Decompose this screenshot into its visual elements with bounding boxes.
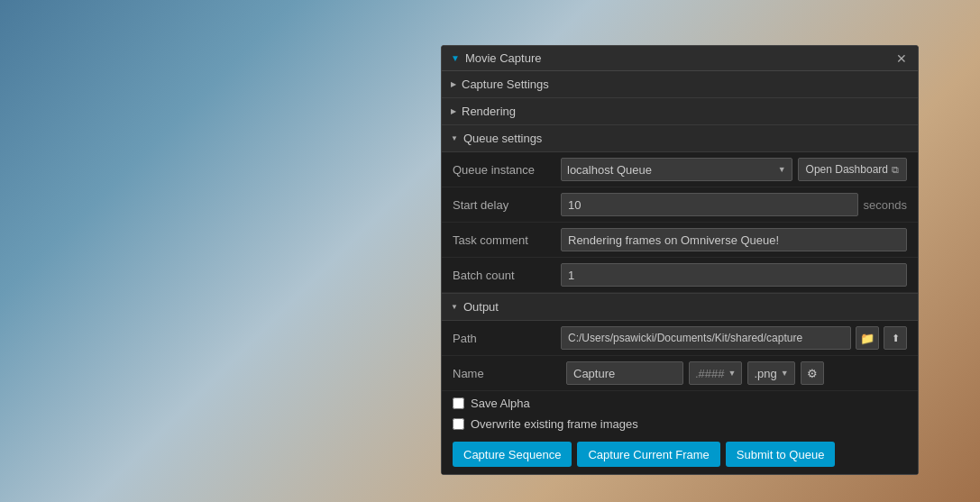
task-comment-control	[561, 228, 907, 251]
movie-capture-panel: ▼ Movie Capture ✕ ▶ Capture Settings ▶ R…	[441, 45, 919, 475]
name-label: Name	[453, 367, 561, 380]
name-pattern-arrow: ▼	[728, 369, 737, 378]
output-section[interactable]: ▼ Output	[442, 293, 918, 321]
open-dashboard-button[interactable]: Open Dashboard ⧉	[798, 158, 907, 181]
queue-instance-control: localhost Queue ▼ Open Dashboard ⧉	[561, 158, 907, 181]
name-input[interactable]	[566, 361, 683, 385]
panel-title: Movie Capture	[465, 51, 542, 65]
gear-icon: ⚙	[807, 367, 818, 380]
queue-instance-row: Queue instance localhost Queue ▼ Open Da…	[442, 152, 918, 187]
extension-value: .png	[754, 367, 776, 380]
task-comment-row: Task comment	[442, 223, 918, 258]
bottom-buttons: Capture Sequence Capture Current Frame S…	[442, 434, 918, 474]
rendering-label: Rendering	[462, 105, 516, 118]
queue-settings-arrow: ▼	[451, 134, 458, 142]
extension-arrow: ▼	[781, 369, 789, 378]
name-row: Name .#### ▼ .png ▼ ⚙	[442, 356, 918, 391]
start-delay-label: Start delay	[453, 198, 561, 212]
queue-dropdown-arrow: ▼	[778, 165, 786, 174]
capture-settings-label: Capture Settings	[462, 78, 549, 91]
queue-settings-label: Queue settings	[463, 132, 542, 145]
rendering-section[interactable]: ▶ Rendering	[442, 98, 918, 125]
folder-icon: 📁	[860, 332, 875, 345]
queue-instance-value: localhost Queue	[567, 163, 773, 177]
capture-current-frame-button[interactable]: Capture Current Frame	[577, 442, 719, 467]
queue-instance-label: Queue instance	[453, 163, 561, 177]
close-button[interactable]: ✕	[894, 52, 909, 65]
titlebar-left: ▼ Movie Capture	[451, 51, 541, 65]
path-value: C:/Users/psawicki/Documents/Kit/shared/c…	[568, 332, 844, 344]
capture-settings-arrow: ▶	[451, 80, 456, 88]
overwrite-checkbox[interactable]	[453, 418, 464, 430]
extension-dropdown[interactable]: .png ▼	[747, 361, 794, 385]
name-settings-button[interactable]: ⚙	[801, 361, 824, 385]
output-arrow: ▼	[451, 303, 458, 311]
external-link-icon: ⧉	[892, 164, 899, 176]
path-input-container[interactable]: C:/Users/psawicki/Documents/Kit/shared/c…	[561, 326, 851, 350]
save-alpha-row: Save Alpha	[442, 393, 918, 414]
panel-titlebar: ▼ Movie Capture ✕	[442, 46, 918, 71]
name-pattern-dropdown[interactable]: .#### ▼	[689, 361, 742, 385]
path-row: Path C:/Users/psawicki/Documents/Kit/sha…	[442, 321, 918, 356]
queue-instance-dropdown[interactable]: localhost Queue ▼	[561, 158, 792, 181]
capture-sequence-button[interactable]: Capture Sequence	[453, 442, 572, 467]
save-alpha-checkbox[interactable]	[453, 397, 464, 409]
task-comment-label: Task comment	[453, 233, 561, 247]
overwrite-label: Overwrite existing frame images	[471, 417, 638, 431]
batch-count-input[interactable]	[561, 263, 907, 287]
output-label: Output	[463, 300, 499, 314]
start-delay-control: seconds	[561, 193, 907, 216]
task-comment-input[interactable]	[561, 228, 907, 251]
overwrite-row: Overwrite existing frame images	[442, 414, 918, 434]
start-delay-input[interactable]	[561, 193, 858, 216]
path-folder-button[interactable]: 📁	[856, 326, 879, 350]
batch-count-control	[561, 263, 907, 287]
batch-count-label: Batch count	[453, 269, 561, 282]
queue-settings-section[interactable]: ▼ Queue settings	[442, 125, 918, 152]
open-dashboard-label: Open Dashboard	[806, 163, 888, 176]
queue-content: Queue instance localhost Queue ▼ Open Da…	[442, 152, 918, 293]
name-pattern-value: .####	[695, 367, 725, 380]
share-icon: ⬆	[892, 333, 900, 344]
batch-count-row: Batch count	[442, 258, 918, 293]
panel-icon: ▼	[451, 53, 460, 63]
save-alpha-label: Save Alpha	[471, 397, 530, 410]
submit-to-queue-button[interactable]: Submit to Queue	[726, 442, 836, 467]
start-delay-row: Start delay seconds	[442, 187, 918, 223]
path-label: Path	[453, 332, 561, 345]
rendering-arrow: ▶	[451, 107, 456, 115]
capture-settings-section[interactable]: ▶ Capture Settings	[442, 71, 918, 98]
path-share-button[interactable]: ⬆	[884, 326, 907, 350]
start-delay-suffix: seconds	[864, 198, 907, 212]
